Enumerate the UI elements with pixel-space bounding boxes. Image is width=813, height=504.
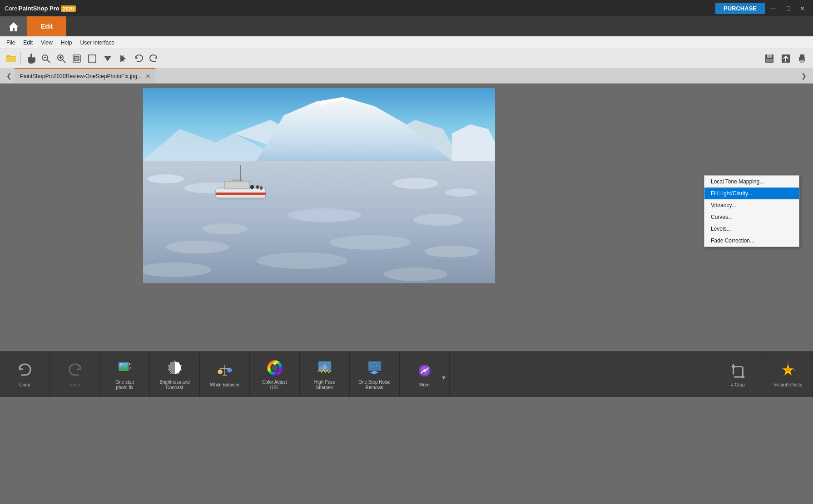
svg-point-39	[445, 188, 477, 197]
crop-tool[interactable]: # Crop	[713, 352, 763, 397]
svg-line-7	[47, 60, 50, 63]
home-button[interactable]	[0, 16, 27, 36]
svg-point-53	[250, 185, 254, 189]
mirror-icon[interactable]	[116, 51, 130, 66]
minimize-button[interactable]: —	[767, 4, 780, 13]
toolbar-undo-icon[interactable]	[131, 51, 146, 66]
instant-effects-svg	[780, 362, 796, 379]
menu-help[interactable]: Help	[57, 38, 76, 47]
menu-edit[interactable]: Edit	[20, 38, 36, 47]
svg-point-66	[120, 364, 122, 366]
menu-bar: File Edit View Help User Interface	[0, 36, 813, 49]
svg-rect-99	[373, 366, 374, 367]
color-adjust-hsl-tool[interactable]: Color AdjustHSL	[250, 352, 300, 397]
white-balance-tool[interactable]: White Balance	[200, 352, 250, 397]
undo-label: Undo	[20, 382, 30, 388]
one-step-svg: ✦ ✦	[117, 360, 133, 376]
print-svg	[797, 54, 807, 64]
flip-svg	[103, 54, 112, 63]
hand-icon	[25, 54, 35, 64]
open-folder-icon[interactable]	[4, 51, 18, 66]
dropdown-item-curves[interactable]: Curves...	[704, 211, 799, 223]
undo-icon	[16, 361, 34, 380]
active-tab[interactable]: PaintShopPro2020Review-OneStepPhotoFix.j…	[15, 68, 155, 83]
one-step-photo-fix-tool[interactable]: ✦ ✦ One stepphoto fix	[100, 352, 150, 397]
dropdown-item-vibrancy[interactable]: Vibrancy...	[704, 199, 799, 211]
one-step-photo-fix-icon: ✦ ✦	[116, 359, 134, 377]
fullscreen-icon[interactable]	[85, 51, 99, 66]
redo-tool[interactable]: Redo	[50, 352, 100, 397]
zoom-in-svg	[57, 54, 66, 63]
svg-point-27	[804, 58, 805, 59]
sharpen-svg	[317, 360, 333, 376]
svg-line-73	[180, 370, 182, 370]
psp-text: PaintShop Pro	[19, 5, 59, 12]
zoom-out-icon[interactable]	[39, 51, 53, 66]
zoom-in-icon[interactable]	[54, 51, 69, 66]
fit-window-icon[interactable]	[69, 51, 84, 66]
one-step-noise-removal-label: One Step NoiseRemoval	[358, 380, 391, 390]
save-icon[interactable]	[762, 51, 777, 66]
high-pass-sharpen-label: High PassSharpen	[314, 380, 335, 390]
dropdown-item-fill-light[interactable]: Fill Light/Clarity...	[704, 188, 799, 199]
menu-user-interface[interactable]: User Interface	[77, 38, 118, 47]
tab-nav-right[interactable]: ❯	[798, 68, 809, 83]
tab-close-icon[interactable]: ✕	[145, 73, 151, 80]
version-badge: 2020	[61, 5, 75, 12]
svg-point-48	[384, 267, 447, 281]
white-balance-icon	[216, 361, 234, 380]
redo-label: Redo	[69, 382, 80, 388]
crop-icon	[729, 361, 747, 380]
dropdown-item-levels[interactable]: Levels...	[704, 223, 799, 235]
redo-icon	[66, 361, 84, 380]
flip-icon[interactable]	[100, 51, 115, 66]
toolbar-separator-1	[20, 52, 21, 65]
undo-svg	[17, 362, 33, 379]
svg-point-54	[256, 185, 259, 189]
svg-point-88	[273, 362, 276, 365]
toolbar-redo-icon[interactable]	[147, 51, 161, 66]
hsl-svg	[267, 360, 283, 376]
photo-container	[143, 88, 495, 283]
high-pass-sharpen-tool[interactable]: High PassSharpen	[300, 352, 350, 397]
crop-svg	[730, 362, 746, 379]
more-svg	[416, 362, 433, 379]
tab-nav-left[interactable]: ❮	[4, 68, 15, 83]
more-tool[interactable]: More ▼	[400, 352, 450, 397]
undo-tool[interactable]: Undo	[0, 352, 50, 397]
svg-point-42	[413, 214, 463, 226]
svg-rect-25	[800, 54, 804, 57]
svg-rect-111	[741, 376, 744, 378]
print-icon[interactable]	[795, 51, 809, 66]
purchase-button[interactable]: PURCHASE	[715, 3, 765, 14]
brightness-contrast-label: Brightness andContrast	[159, 380, 190, 390]
dropdown-item-local-tone[interactable]: Local Tone Mapping...	[704, 176, 799, 188]
app-logo: CorelPaintShop Pro 2020	[5, 5, 76, 12]
svg-rect-95	[372, 364, 372, 364]
brightness-contrast-tool[interactable]: Brightness andContrast	[150, 352, 200, 397]
brightness-svg	[167, 360, 183, 376]
menu-view[interactable]: View	[37, 38, 56, 47]
svg-rect-100	[376, 365, 377, 366]
one-step-noise-removal-tool[interactable]: One Step NoiseRemoval	[350, 352, 400, 397]
one-step-photo-fix-label: One stepphoto fix	[115, 380, 134, 390]
svg-line-78	[170, 372, 171, 374]
canvas-area: Local Tone Mapping... Fill Light/Clarity…	[0, 84, 813, 397]
svg-point-113	[786, 368, 790, 372]
instant-effects-tool[interactable]: Instant Effects	[763, 352, 813, 397]
toolbar	[0, 49, 813, 68]
menu-file[interactable]: File	[3, 38, 19, 47]
save-svg	[764, 54, 774, 64]
svg-line-74	[178, 372, 179, 374]
export-svg	[781, 54, 791, 64]
edit-button[interactable]: Edit	[27, 16, 66, 36]
export-icon[interactable]	[778, 51, 793, 66]
home-icon	[8, 21, 19, 31]
svg-rect-98	[370, 366, 371, 366]
close-button[interactable]: ✕	[796, 4, 808, 13]
pan-tool-icon[interactable]	[23, 51, 38, 66]
dropdown-item-fade-correction[interactable]: Fade Correction...	[704, 235, 799, 247]
white-balance-svg	[217, 362, 233, 379]
maximize-button[interactable]: ☐	[782, 4, 794, 13]
svg-line-77	[168, 370, 169, 370]
